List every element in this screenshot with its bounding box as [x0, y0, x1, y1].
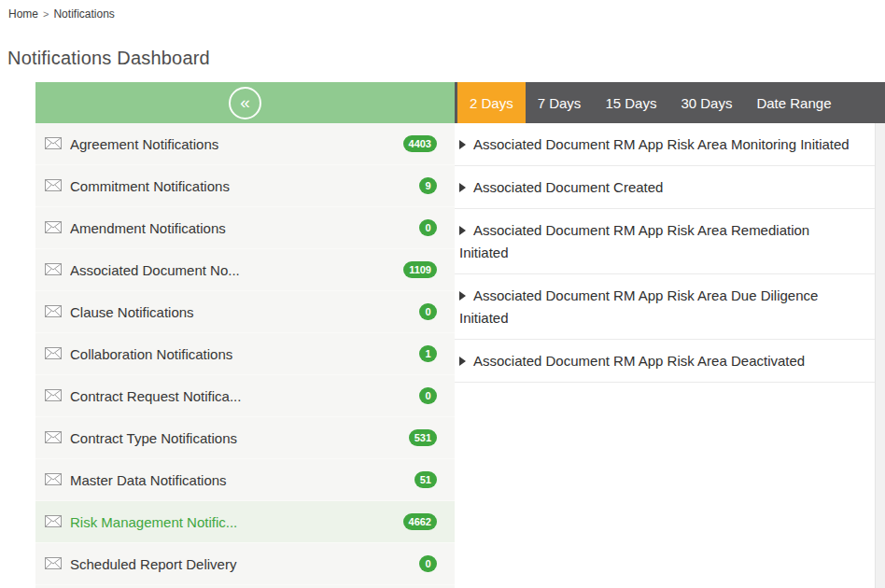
sidebar-item-clause-notifications[interactable]: Clause Notifications 0 — [35, 291, 455, 333]
expand-arrow-icon — [459, 226, 466, 235]
sidebar-item-master-data-notifications[interactable]: Master Data Notifications 51 — [35, 459, 455, 501]
sidebar-item-risk-management-notifications[interactable]: Risk Management Notific... 4662 — [35, 501, 455, 543]
list-item-expandable[interactable]: Associated Document RM App Risk Area Rem… — [455, 209, 875, 274]
sidebar-item-collaboration-notifications[interactable]: Collaboration Notifications 1 — [35, 333, 455, 375]
count-badge: 0 — [419, 219, 437, 236]
list-item-label: Associated Document RM App Risk Area Dea… — [473, 353, 805, 369]
envelope-icon — [45, 136, 62, 153]
envelope-icon — [45, 430, 62, 447]
breadcrumb: Home>Notifications — [0, 0, 885, 21]
count-badge: 4662 — [403, 513, 437, 530]
count-badge: 1 — [419, 345, 437, 362]
notifications-main-panel: 2 Days 7 Days 15 Days 30 Days Date Range… — [455, 82, 885, 588]
tab-2-days[interactable]: 2 Days — [457, 82, 526, 123]
sidebar-item-label: Master Data Notifications — [70, 472, 414, 488]
notification-type-list: Associated Document RM App Risk Area Mon… — [455, 123, 875, 588]
expand-arrow-icon — [459, 357, 466, 366]
sidebar-item-label: Contract Type Notifications — [70, 430, 409, 446]
sidebar-item-label: Scheduled Report Delivery — [70, 556, 419, 572]
envelope-icon — [45, 346, 62, 363]
breadcrumb-home-link[interactable]: Home — [8, 7, 38, 21]
sidebar-item-contract-type-notifications[interactable]: Contract Type Notifications 531 — [35, 417, 455, 459]
sidebar-item-agreement-notifications[interactable]: Agreement Notifications 4403 — [35, 123, 455, 165]
list-item-label: Associated Document Created — [473, 179, 663, 195]
sidebar-item-label: Agreement Notifications — [70, 136, 403, 152]
envelope-icon — [45, 472, 62, 489]
sidebar-item-scheduled-report-delivery[interactable]: Scheduled Report Delivery 0 — [35, 543, 455, 585]
count-badge: 0 — [419, 555, 437, 572]
count-badge: 51 — [414, 471, 437, 488]
count-badge: 4403 — [403, 135, 437, 152]
envelope-icon — [45, 514, 62, 531]
notification-categories-sidebar: « Agreement Notifications 4403 Commitmen… — [35, 82, 455, 588]
sidebar-item-label: Clause Notifications — [70, 304, 419, 320]
list-item-expandable[interactable]: Associated Document Created — [455, 166, 875, 209]
count-badge: 0 — [419, 387, 437, 404]
expand-arrow-icon — [459, 140, 466, 149]
tab-7-days[interactable]: 7 Days — [526, 82, 594, 123]
page-title: Notifications Dashboard — [7, 48, 885, 69]
tab-15-days[interactable]: 15 Days — [593, 82, 668, 123]
sidebar-item-label: Collaboration Notifications — [70, 346, 419, 362]
tab-date-range[interactable]: Date Range — [744, 82, 843, 123]
count-badge: 1109 — [403, 261, 437, 278]
sidebar-item-label: Risk Management Notific... — [70, 514, 403, 530]
breadcrumb-separator: > — [43, 8, 49, 20]
sidebar-item-label: Amendment Notifications — [70, 220, 419, 236]
envelope-icon — [45, 556, 62, 573]
count-badge: 9 — [419, 177, 437, 194]
dashboard-panel: « Agreement Notifications 4403 Commitmen… — [35, 82, 885, 588]
expand-arrow-icon — [459, 291, 466, 301]
vertical-scrollbar[interactable] — [875, 123, 885, 588]
sidebar-item-label: Commitment Notifications — [70, 178, 419, 194]
count-badge: 0 — [419, 303, 437, 320]
breadcrumb-current: Notifications — [53, 7, 114, 21]
chevron-double-left-icon: « — [240, 93, 250, 111]
tab-30-days[interactable]: 30 Days — [668, 82, 744, 123]
date-range-tabbar: 2 Days 7 Days 15 Days 30 Days Date Range — [455, 82, 885, 123]
collapse-sidebar-button[interactable]: « — [229, 87, 261, 119]
sidebar-header: « — [35, 82, 455, 123]
envelope-icon — [45, 304, 62, 321]
sidebar-item-label: Associated Document No... — [70, 262, 403, 278]
count-badge: 531 — [409, 429, 437, 446]
list-item-label: Associated Document RM App Risk Area Due… — [459, 287, 818, 326]
envelope-icon — [45, 262, 62, 279]
envelope-icon — [45, 388, 62, 405]
sidebar-item-label: Contract Request Notifica... — [70, 388, 419, 404]
sidebar-item-commitment-notifications[interactable]: Commitment Notifications 9 — [35, 165, 455, 207]
sidebar-item-amendment-notifications[interactable]: Amendment Notifications 0 — [35, 207, 455, 249]
envelope-icon — [45, 178, 62, 195]
list-item-label: Associated Document RM App Risk Area Rem… — [459, 222, 809, 260]
list-item-expandable[interactable]: Associated Document RM App Risk Area Mon… — [455, 123, 875, 166]
expand-arrow-icon — [459, 183, 466, 192]
sidebar-item-contract-request-notifications[interactable]: Contract Request Notifica... 0 — [35, 375, 455, 417]
envelope-icon — [45, 220, 62, 237]
sidebar-item-associated-document-notifications[interactable]: Associated Document No... 1109 — [35, 249, 455, 291]
list-item-expandable[interactable]: Associated Document RM App Risk Area Dea… — [455, 340, 875, 383]
list-item-label: Associated Document RM App Risk Area Mon… — [473, 136, 850, 152]
list-item-expandable[interactable]: Associated Document RM App Risk Area Due… — [455, 274, 875, 340]
